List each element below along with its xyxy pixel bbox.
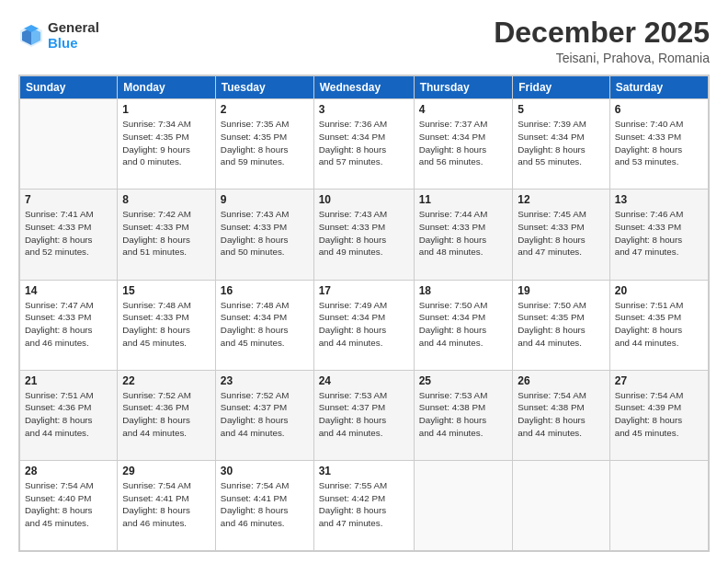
day-header-tuesday: Tuesday (215, 76, 313, 99)
calendar-cell (609, 460, 708, 550)
day-number: 19 (518, 284, 604, 297)
day-number: 8 (122, 193, 210, 206)
calendar-cell: 19Sunrise: 7:50 AM Sunset: 4:35 PM Dayli… (513, 280, 609, 370)
calendar-cell: 2Sunrise: 7:35 AM Sunset: 4:35 PM Daylig… (215, 99, 313, 190)
logo-icon (18, 23, 44, 49)
title-block: December 2025 Teisani, Prahova, Romania (494, 17, 710, 65)
calendar-cell: 29Sunrise: 7:54 AM Sunset: 4:41 PM Dayli… (118, 460, 216, 550)
day-number: 28 (25, 465, 112, 477)
calendar-cell: 15Sunrise: 7:48 AM Sunset: 4:33 PM Dayli… (118, 280, 216, 370)
calendar-cell: 22Sunrise: 7:52 AM Sunset: 4:36 PM Dayli… (118, 370, 216, 460)
logo-general: General (48, 20, 99, 36)
calendar-cell (513, 460, 609, 550)
day-number: 29 (122, 465, 210, 477)
day-number: 16 (221, 284, 309, 297)
day-number: 21 (25, 374, 112, 387)
logo-blue: Blue (48, 36, 99, 52)
calendar-cell: 4Sunrise: 7:37 AM Sunset: 4:34 PM Daylig… (414, 99, 513, 190)
day-info: Sunrise: 7:53 AM Sunset: 4:37 PM Dayligh… (319, 389, 409, 440)
day-number: 26 (518, 374, 604, 387)
calendar: SundayMondayTuesdayWednesdayThursdayFrid… (18, 75, 710, 552)
header: General Blue December 2025 Teisani, Prah… (18, 17, 710, 65)
day-number: 7 (25, 193, 112, 206)
day-info: Sunrise: 7:55 AM Sunset: 4:42 PM Dayligh… (319, 479, 409, 530)
day-info: Sunrise: 7:54 AM Sunset: 4:38 PM Dayligh… (518, 389, 604, 440)
day-info: Sunrise: 7:36 AM Sunset: 4:34 PM Dayligh… (319, 118, 409, 168)
calendar-cell: 28Sunrise: 7:54 AM Sunset: 4:40 PM Dayli… (20, 460, 118, 550)
page: General Blue December 2025 Teisani, Prah… (0, 0, 728, 563)
day-number: 9 (221, 193, 309, 206)
calendar-cell: 8Sunrise: 7:42 AM Sunset: 4:33 PM Daylig… (118, 190, 216, 280)
calendar-cell: 3Sunrise: 7:36 AM Sunset: 4:34 PM Daylig… (313, 99, 414, 190)
day-number: 31 (319, 465, 409, 477)
calendar-header: SundayMondayTuesdayWednesdayThursdayFrid… (20, 76, 709, 99)
calendar-cell: 26Sunrise: 7:54 AM Sunset: 4:38 PM Dayli… (513, 370, 609, 460)
day-number: 3 (319, 103, 409, 116)
day-number: 4 (419, 103, 508, 116)
calendar-cell (20, 99, 118, 190)
day-header-saturday: Saturday (609, 76, 708, 99)
calendar-cell: 23Sunrise: 7:52 AM Sunset: 4:37 PM Dayli… (215, 370, 313, 460)
calendar-cell: 7Sunrise: 7:41 AM Sunset: 4:33 PM Daylig… (20, 190, 118, 280)
calendar-cell: 24Sunrise: 7:53 AM Sunset: 4:37 PM Dayli… (313, 370, 414, 460)
calendar-body: 1Sunrise: 7:34 AM Sunset: 4:35 PM Daylig… (20, 99, 709, 551)
day-info: Sunrise: 7:48 AM Sunset: 4:33 PM Dayligh… (122, 299, 210, 350)
day-info: Sunrise: 7:51 AM Sunset: 4:36 PM Dayligh… (25, 389, 112, 440)
logo-text: General Blue (48, 20, 99, 51)
day-header-thursday: Thursday (414, 76, 513, 99)
calendar-cell: 9Sunrise: 7:43 AM Sunset: 4:33 PM Daylig… (215, 190, 313, 280)
day-number: 5 (518, 103, 604, 116)
day-info: Sunrise: 7:41 AM Sunset: 4:33 PM Dayligh… (25, 208, 112, 259)
day-info: Sunrise: 7:54 AM Sunset: 4:39 PM Dayligh… (615, 389, 703, 440)
day-number: 24 (319, 374, 409, 387)
calendar-cell: 27Sunrise: 7:54 AM Sunset: 4:39 PM Dayli… (609, 370, 708, 460)
calendar-cell: 30Sunrise: 7:54 AM Sunset: 4:41 PM Dayli… (215, 460, 313, 550)
day-info: Sunrise: 7:50 AM Sunset: 4:34 PM Dayligh… (419, 299, 508, 350)
day-number: 13 (615, 193, 703, 206)
day-number: 18 (419, 284, 508, 297)
calendar-cell: 11Sunrise: 7:44 AM Sunset: 4:33 PM Dayli… (414, 190, 513, 280)
day-info: Sunrise: 7:42 AM Sunset: 4:33 PM Dayligh… (122, 208, 210, 259)
day-header-monday: Monday (118, 76, 216, 99)
calendar-cell: 14Sunrise: 7:47 AM Sunset: 4:33 PM Dayli… (20, 280, 118, 370)
day-number: 1 (122, 103, 210, 116)
calendar-cell: 6Sunrise: 7:40 AM Sunset: 4:33 PM Daylig… (609, 99, 708, 190)
day-info: Sunrise: 7:54 AM Sunset: 4:41 PM Dayligh… (122, 479, 210, 530)
logo: General Blue (18, 20, 99, 51)
day-number: 14 (25, 284, 112, 297)
week-row: 14Sunrise: 7:47 AM Sunset: 4:33 PM Dayli… (20, 280, 709, 370)
week-row: 1Sunrise: 7:34 AM Sunset: 4:35 PM Daylig… (20, 99, 709, 190)
day-header-wednesday: Wednesday (313, 76, 414, 99)
day-info: Sunrise: 7:37 AM Sunset: 4:34 PM Dayligh… (419, 118, 508, 168)
day-number: 15 (122, 284, 210, 297)
day-number: 10 (319, 193, 409, 206)
calendar-cell: 18Sunrise: 7:50 AM Sunset: 4:34 PM Dayli… (414, 280, 513, 370)
calendar-cell: 12Sunrise: 7:45 AM Sunset: 4:33 PM Dayli… (513, 190, 609, 280)
day-number: 2 (221, 103, 309, 116)
calendar-cell: 5Sunrise: 7:39 AM Sunset: 4:34 PM Daylig… (513, 99, 609, 190)
day-info: Sunrise: 7:47 AM Sunset: 4:33 PM Dayligh… (25, 299, 112, 350)
day-number: 6 (615, 103, 703, 116)
calendar-cell: 31Sunrise: 7:55 AM Sunset: 4:42 PM Dayli… (313, 460, 414, 550)
day-number: 20 (615, 284, 703, 297)
day-info: Sunrise: 7:48 AM Sunset: 4:34 PM Dayligh… (221, 299, 309, 350)
day-info: Sunrise: 7:43 AM Sunset: 4:33 PM Dayligh… (221, 208, 309, 259)
calendar-cell: 16Sunrise: 7:48 AM Sunset: 4:34 PM Dayli… (215, 280, 313, 370)
calendar-cell: 21Sunrise: 7:51 AM Sunset: 4:36 PM Dayli… (20, 370, 118, 460)
calendar-table: SundayMondayTuesdayWednesdayThursdayFrid… (19, 75, 709, 551)
day-info: Sunrise: 7:34 AM Sunset: 4:35 PM Dayligh… (122, 118, 210, 168)
day-info: Sunrise: 7:44 AM Sunset: 4:33 PM Dayligh… (419, 208, 508, 259)
day-info: Sunrise: 7:43 AM Sunset: 4:33 PM Dayligh… (319, 208, 409, 259)
day-number: 17 (319, 284, 409, 297)
day-number: 11 (419, 193, 508, 206)
day-info: Sunrise: 7:51 AM Sunset: 4:35 PM Dayligh… (615, 299, 703, 350)
main-title: December 2025 (494, 17, 710, 49)
calendar-cell (414, 460, 513, 550)
day-info: Sunrise: 7:49 AM Sunset: 4:34 PM Dayligh… (319, 299, 409, 350)
week-row: 21Sunrise: 7:51 AM Sunset: 4:36 PM Dayli… (20, 370, 709, 460)
day-info: Sunrise: 7:52 AM Sunset: 4:37 PM Dayligh… (221, 389, 309, 440)
day-info: Sunrise: 7:46 AM Sunset: 4:33 PM Dayligh… (615, 208, 703, 259)
day-number: 23 (221, 374, 309, 387)
calendar-cell: 10Sunrise: 7:43 AM Sunset: 4:33 PM Dayli… (313, 190, 414, 280)
header-row: SundayMondayTuesdayWednesdayThursdayFrid… (20, 76, 709, 99)
